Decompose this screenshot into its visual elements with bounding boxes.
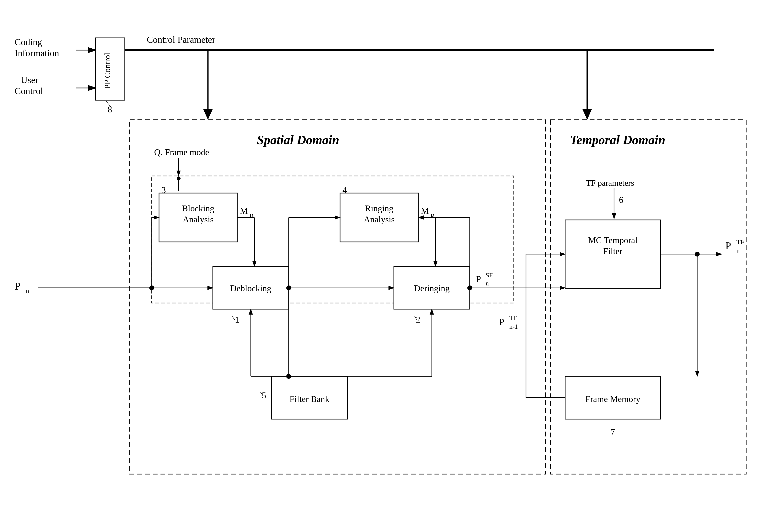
ringing-analysis-label-2: Analysis bbox=[364, 214, 394, 224]
psf-superscript: SF bbox=[485, 272, 493, 279]
ptf-prev-superscript: TF bbox=[509, 315, 517, 322]
number-1: 1 bbox=[235, 315, 239, 325]
ptf-prev-label: P bbox=[499, 317, 504, 327]
mr-subscript: R bbox=[430, 213, 435, 220]
temporal-domain-label: Temporal Domain bbox=[570, 133, 665, 147]
ptf-out-subscript: n bbox=[736, 247, 740, 254]
mb-label: M bbox=[240, 205, 248, 216]
mc-temporal-label-1: MC Temporal bbox=[588, 235, 637, 245]
coding-information-label: Coding bbox=[15, 37, 42, 47]
number-4: 4 bbox=[343, 185, 347, 195]
diagram: Coding Information User Control PP Contr… bbox=[0, 0, 765, 532]
number-7: 7 bbox=[611, 427, 615, 437]
ringing-analysis-label-1: Ringing bbox=[365, 203, 393, 213]
pn-subscript: n bbox=[25, 287, 29, 295]
number-6: 6 bbox=[619, 195, 623, 205]
blocking-analysis-label-1: Blocking bbox=[182, 203, 214, 213]
psf-label: P bbox=[476, 274, 481, 284]
number-3: 3 bbox=[162, 185, 166, 195]
psf-subscript: n bbox=[485, 280, 489, 287]
svg-text:Control: Control bbox=[15, 86, 43, 96]
mr-label: M bbox=[421, 205, 429, 216]
ptf-out-label: P bbox=[725, 240, 731, 251]
deblocking-label: Deblocking bbox=[230, 283, 271, 293]
mc-temporal-label-2: Filter bbox=[603, 246, 622, 256]
user-control-label: User bbox=[21, 75, 38, 85]
spatial-domain-label: Spatial Domain bbox=[257, 133, 339, 147]
control-parameter-label: Control Parameter bbox=[147, 34, 215, 45]
pp-control-label: PP Control bbox=[103, 53, 112, 89]
ptf-out-superscript: TF bbox=[736, 238, 744, 246]
ptf-prev-subscript: n-1 bbox=[509, 323, 518, 330]
svg-point-9 bbox=[177, 176, 181, 180]
tf-parameters-label: TF parameters bbox=[586, 178, 634, 187]
mb-subscript: B bbox=[250, 213, 254, 220]
deringing-label: Deringing bbox=[414, 283, 450, 293]
q-frame-mode-label: Q. Frame mode bbox=[154, 147, 209, 157]
pn-label: P bbox=[15, 281, 20, 292]
blocking-analysis-label-2: Analysis bbox=[183, 214, 214, 224]
filter-bank-label: Filter Bank bbox=[290, 394, 330, 404]
frame-memory-label: Frame Memory bbox=[585, 394, 640, 404]
svg-text:Information: Information bbox=[15, 48, 59, 58]
